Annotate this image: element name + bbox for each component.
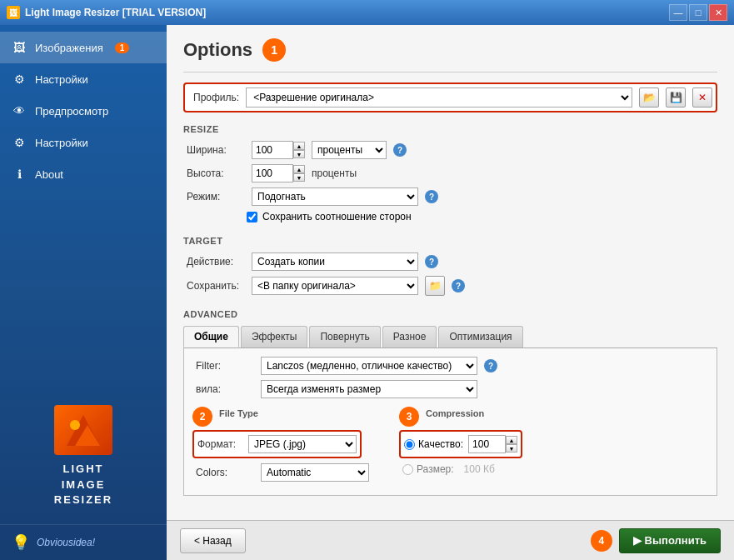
titlebar: 🖼 Light Image Resizer [TRIAL VERSION] — … (0, 0, 734, 25)
width-unit-select[interactable]: проценты пиксели (312, 141, 387, 159)
action-row: Действие: Создать копии ? (183, 252, 717, 271)
filter-label: Filter: (196, 360, 254, 372)
close-button[interactable]: ✕ (709, 4, 727, 21)
save-folder-button[interactable]: 📁 (425, 276, 445, 296)
quality-spinner: ▲ ▼ (506, 436, 517, 452)
target-section: Target Действие: Создать копии ? Сохрани… (183, 236, 717, 296)
images-icon: 🖼 (12, 40, 27, 55)
content-area: Options 1 Профиль: <Разрешение оригинала… (167, 25, 734, 560)
rules-select[interactable]: Всегда изменять размер (261, 380, 477, 398)
compression-section-title: Compression (426, 408, 484, 418)
mode-row: Режим: Подогнать ? (183, 188, 717, 206)
tab-optimize[interactable]: Оптимизация (438, 326, 522, 348)
title-divider (183, 72, 717, 72)
profile-save-button[interactable]: 💾 (666, 88, 686, 108)
profile-delete-button[interactable]: ✕ (692, 88, 712, 108)
format-select[interactable]: JPEG (.jpg) PNG (.png) BMP (.bmp) (248, 435, 357, 453)
save-label: Сохранить: (187, 280, 245, 292)
profile-select[interactable]: <Разрешение оригинала> (246, 88, 632, 108)
preview-icon: 👁 (12, 103, 27, 118)
size-radio[interactable] (402, 464, 413, 475)
sidebar-footer: 💡 Obviousidea! (0, 524, 167, 560)
sidebar-nav: 🖼 Изображения 1 ⚙ Настройки 👁 Предпросмо… (0, 25, 167, 388)
profile-load-button[interactable]: 📂 (639, 88, 659, 108)
footer-text: Obviousidea! (37, 537, 95, 548)
resize-section: Resize Ширина: ▲ ▼ проценты пиксели (183, 124, 717, 222)
quality-down-button[interactable]: ▼ (506, 444, 517, 452)
app-icon: 🖼 (7, 6, 20, 19)
rules-label: вила: (196, 383, 254, 395)
images-badge: 1 (115, 42, 130, 53)
sidebar-item-images-label: Изображения (35, 42, 103, 54)
about-icon: ℹ (12, 167, 27, 182)
width-spinner: ▲ ▼ (293, 142, 305, 158)
quality-input-wrap: ▲ ▼ (468, 435, 517, 453)
height-row: Высота: ▲ ▼ проценты (183, 164, 717, 182)
mode-select[interactable]: Подогнать (252, 188, 418, 206)
bottom-bar: < Назад 4 ▶ Выполнить (167, 520, 734, 560)
width-input[interactable] (252, 141, 293, 159)
back-button[interactable]: < Назад (180, 528, 246, 553)
colors-select[interactable]: Automatic (261, 463, 369, 482)
advanced-section: Advanced Общие Эффекты Повернуть Разное … (183, 309, 717, 496)
target-section-title: Target (183, 236, 717, 246)
circle-num-4: 4 (591, 530, 612, 552)
tabs-content: Filter: Lanczos (медленно, отличное каче… (183, 348, 717, 496)
sidebar-item-settings-top[interactable]: ⚙ Настройки (0, 63, 167, 95)
width-label: Ширина: (187, 144, 245, 156)
filter-select[interactable]: Lanczos (медленно, отличное качество) (261, 357, 477, 375)
sidebar-item-about-label: About (35, 168, 63, 181)
compression-block: 3 Compression Качество: (399, 407, 522, 480)
quality-row: Качество: ▲ ▼ (399, 430, 522, 458)
sidebar-item-about[interactable]: ℹ About (0, 158, 167, 190)
width-help-icon[interactable]: ? (393, 143, 407, 157)
settings-top-icon: ⚙ (12, 72, 27, 87)
width-input-wrap: ▲ ▼ (252, 141, 305, 159)
action-help-icon[interactable]: ? (425, 255, 438, 268)
execute-button[interactable]: ▶ Выполнить (619, 528, 721, 553)
height-input[interactable] (252, 164, 293, 182)
width-up-button[interactable]: ▲ (293, 142, 305, 150)
tab-rotate[interactable]: Повернуть (309, 326, 380, 348)
save-help-icon[interactable]: ? (452, 279, 465, 292)
sidebar-item-settings-top-label: Настройки (35, 73, 88, 86)
format-row: Формат: JPEG (.jpg) PNG (.png) BMP (.bmp… (192, 430, 362, 458)
minimize-button[interactable]: — (669, 4, 687, 21)
size-value: 100 Кб (464, 463, 495, 475)
advanced-section-title: Advanced (183, 309, 717, 319)
action-select[interactable]: Создать копии (252, 252, 418, 271)
sidebar-item-settings-bottom-label: Настройки (35, 137, 88, 149)
width-down-button[interactable]: ▼ (293, 150, 305, 158)
profile-row: Профиль: <Разрешение оригинала> 📂 💾 ✕ (183, 82, 717, 112)
quality-radio[interactable] (404, 439, 415, 450)
size-label: Размер: (417, 463, 454, 475)
filetype-block: 2 File Type Формат: JPEG (.jpg) PNG (.pn… (192, 407, 369, 487)
tab-misc[interactable]: Разное (382, 326, 437, 348)
height-down-button[interactable]: ▼ (293, 173, 305, 182)
sidebar-item-settings-bottom[interactable]: ⚙ Настройки (0, 127, 167, 158)
content-inner: Options 1 Профиль: <Разрешение оригинала… (167, 25, 734, 520)
maximize-button[interactable]: □ (689, 4, 707, 21)
filter-help-icon[interactable]: ? (484, 359, 497, 372)
options-title: Options (183, 39, 252, 61)
profile-label: Профиль: (188, 92, 239, 103)
size-row: Размер: 100 Кб (399, 463, 522, 475)
save-select[interactable]: <В папку оригинала> (252, 277, 418, 295)
logo-image (54, 405, 112, 455)
mode-help-icon[interactable]: ? (425, 190, 438, 203)
keep-ratio-row: Сохранить соотношение сторон (183, 211, 717, 222)
tab-general[interactable]: Общие (183, 326, 239, 348)
sidebar-item-preview[interactable]: 👁 Предпросмотр (0, 95, 167, 127)
height-up-button[interactable]: ▲ (293, 165, 305, 173)
options-title-row: Options 1 (183, 38, 717, 62)
keep-ratio-checkbox[interactable] (247, 212, 257, 222)
circle-num-2: 2 (192, 407, 212, 427)
quality-up-button[interactable]: ▲ (506, 436, 517, 444)
tab-effects[interactable]: Эффекты (241, 326, 308, 348)
quality-input[interactable] (468, 435, 506, 453)
sidebar-item-images[interactable]: 🖼 Изображения 1 (0, 32, 167, 63)
circle-num-1: 1 (262, 38, 286, 62)
logo-text: LIGHT IMAGE RESIZER (54, 462, 112, 508)
keep-ratio-label: Сохранить соотношение сторон (262, 211, 412, 222)
titlebar-controls: — □ ✕ (669, 4, 727, 21)
